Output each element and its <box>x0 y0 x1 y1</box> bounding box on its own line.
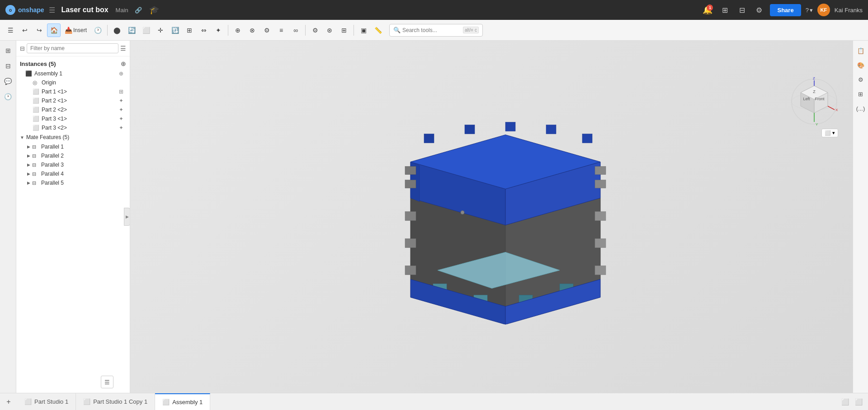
part1-item[interactable]: ⬜ Part 1 <1> ⊞ <box>16 87 130 96</box>
right-panel-button-3[interactable]: ⚙ <box>854 73 867 86</box>
filter-input[interactable] <box>27 43 118 53</box>
view-mode-button[interactable]: ⬜ ▾ <box>821 129 838 137</box>
sidebar-collapse-handle[interactable]: ▶ <box>124 208 130 226</box>
orientation-cube[interactable]: Front Left Z Y X Z <box>789 77 839 126</box>
parallel1-item[interactable]: ▶ ⊟ Parallel 1 <box>16 142 130 151</box>
redo-button[interactable]: ↪ <box>33 23 46 37</box>
parallel4-label: Parallel 4 <box>41 171 64 177</box>
mate-features-header[interactable]: ▼ Mate Features (5) <box>16 132 130 142</box>
settings-button[interactable]: ⚙ <box>753 4 765 16</box>
add-tab-button[interactable]: + <box>2 395 15 409</box>
origin-icon: ◎ <box>33 79 40 86</box>
right-panel-button-2[interactable]: 🎨 <box>854 59 867 71</box>
3d-model <box>365 108 646 326</box>
part3-2-action-icon[interactable]: ✦ <box>119 125 126 131</box>
mirror-button[interactable]: ⇔ <box>197 23 211 37</box>
tab-part-studio-1[interactable]: ⬜ Part Studio 1 <box>17 393 76 410</box>
toolbar-menu-button[interactable]: ☰ <box>4 23 17 37</box>
help-button[interactable]: ? ▾ <box>806 7 813 14</box>
part2-2-action-icon[interactable]: ✦ <box>119 107 126 113</box>
svg-rect-27 <box>546 125 556 134</box>
instances-header[interactable]: Instances (5) ⊕ <box>16 58 130 69</box>
explode-button[interactable]: ✦ <box>212 23 225 37</box>
detect-button[interactable]: ⊛ <box>323 23 336 37</box>
svg-rect-15 <box>405 266 416 275</box>
app-logo[interactable]: o onshape <box>5 5 44 15</box>
layout-button[interactable]: ⊟ <box>736 4 748 16</box>
feature-tree-button[interactable]: ⊞ <box>2 44 14 57</box>
part2-2-item[interactable]: ⬜ Part 2 <2> ✦ <box>16 105 130 114</box>
insert-button[interactable]: 📥 Insert <box>61 23 90 37</box>
bottom-icon-2[interactable]: ⬜ <box>853 396 864 408</box>
parallel3-item[interactable]: ▶ ⊟ Parallel 3 <box>16 160 130 169</box>
part2-1-action-icon[interactable]: ✦ <box>119 98 126 104</box>
svg-text:Z: Z <box>813 89 816 94</box>
right-panel-button-1[interactable]: 📋 <box>854 44 867 57</box>
mate-button[interactable]: ⊕ <box>231 23 245 37</box>
parallel4-item[interactable]: ▶ ⊟ Parallel 4 <box>16 169 130 178</box>
filter-icon[interactable]: ⊟ <box>20 45 25 52</box>
physical-sim-button[interactable]: ⚙ <box>308 23 322 37</box>
canvas-area[interactable]: Front Left Z Y X Z ⬜ ▾ <box>130 41 853 393</box>
document-title[interactable]: Laser cut box <box>61 6 108 14</box>
search-input[interactable] <box>402 27 461 33</box>
fastener-button[interactable]: ⊗ <box>245 23 259 37</box>
history-button[interactable]: 🕐 <box>91 23 104 37</box>
sphere-button[interactable]: ⬤ <box>110 23 124 37</box>
home-button[interactable]: 🏠 <box>47 23 61 37</box>
assembly-item[interactable]: ⬛ Assembly 1 ⊕ <box>16 69 130 78</box>
assembly-action-icon[interactable]: ⊕ <box>119 70 126 77</box>
svg-text:o: o <box>9 8 12 13</box>
parallel3-label: Parallel 3 <box>41 162 64 168</box>
transform-button[interactable]: ✛ <box>154 23 167 37</box>
view-mode-toggle[interactable]: ⬜ ▾ <box>821 129 838 137</box>
part3-1-item[interactable]: ⬜ Part 3 <1> ✦ <box>16 114 130 123</box>
origin-item[interactable]: ◎ Origin <box>16 78 130 87</box>
revolve-button[interactable]: 🔄 <box>125 23 138 37</box>
svg-rect-28 <box>582 134 592 143</box>
svg-rect-21 <box>595 180 606 188</box>
belt-mate-button[interactable]: ∞ <box>289 23 302 37</box>
graduation-icon[interactable]: 🎓 <box>149 5 159 15</box>
right-panel-button-4[interactable]: ⊞ <box>854 88 867 100</box>
grid-button[interactable]: ⊞ <box>337 23 351 37</box>
svg-rect-14 <box>405 239 416 248</box>
comment-button[interactable]: 💬 <box>2 75 14 88</box>
list-icon[interactable]: ☰ <box>120 45 126 52</box>
grid-view-button[interactable]: ⊞ <box>718 4 731 16</box>
linear-pattern-button[interactable]: ⊞ <box>183 23 196 37</box>
part1-action-icon[interactable]: ⊞ <box>119 89 126 95</box>
tab-part-studio-copy[interactable]: ⬜ Part Studio 1 Copy 1 <box>76 393 155 410</box>
user-avatar[interactable]: KF <box>817 4 830 16</box>
history-side-button[interactable]: 🕐 <box>2 90 14 103</box>
part1-label: Part 1 <1> <box>42 89 117 95</box>
share-button[interactable]: Share <box>770 4 801 16</box>
notes-toggle-button[interactable]: ☰ <box>101 376 113 388</box>
part2-1-item[interactable]: ⬜ Part 2 <1> ✦ <box>16 96 130 105</box>
box-button[interactable]: ⬜ <box>139 23 153 37</box>
gear-mate-button[interactable]: ⚙ <box>260 23 274 37</box>
part3-1-action-icon[interactable]: ✦ <box>119 116 126 122</box>
instances-action-icon[interactable]: ⊕ <box>121 60 126 67</box>
svg-rect-22 <box>405 167 416 175</box>
rack-mate-button[interactable]: ≡ <box>274 23 288 37</box>
circular-pattern-button[interactable]: 🔃 <box>168 23 182 37</box>
filter-button[interactable]: ⊟ <box>2 60 14 72</box>
link-icon[interactable]: 🔗 <box>135 7 142 14</box>
parallel5-item[interactable]: ▶ ⊟ Parallel 5 <box>16 178 130 187</box>
right-panel-button-5[interactable]: (...) <box>854 102 867 115</box>
tab-assembly-1[interactable]: ⬜ Assembly 1 <box>155 393 210 410</box>
section-button[interactable]: ▣ <box>357 23 370 37</box>
part3-2-item[interactable]: ⬜ Part 3 <2> ✦ <box>16 123 130 132</box>
measure-button[interactable]: 📏 <box>371 23 385 37</box>
undo-button[interactable]: ↩ <box>18 23 32 37</box>
hamburger-icon[interactable]: ☰ <box>49 6 55 14</box>
bottom-icon-1[interactable]: ⬜ <box>839 396 851 408</box>
parallel2-item[interactable]: ▶ ⊟ Parallel 2 <box>16 151 130 160</box>
svg-rect-26 <box>505 122 515 131</box>
branch-label[interactable]: Main <box>116 7 128 14</box>
notification-button[interactable]: 🔔 1 <box>701 4 714 16</box>
parallel1-icon: ⊟ <box>32 144 39 150</box>
part2-1-icon: ⬜ <box>33 98 40 104</box>
user-name-label[interactable]: Kai Franks <box>835 7 863 14</box>
